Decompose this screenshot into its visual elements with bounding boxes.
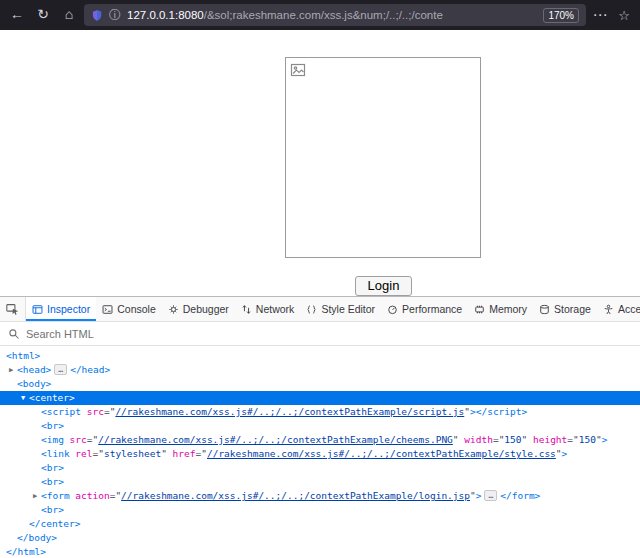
- token-attr: src: [70, 434, 87, 445]
- markup-line[interactable]: <br>: [0, 503, 640, 517]
- token-attr: width: [464, 434, 493, 445]
- attribute-link[interactable]: //rakeshmane.com/xss.js#/..;/..;/context…: [115, 406, 464, 417]
- tab-label: Memory: [489, 303, 527, 315]
- tab-storage[interactable]: Storage: [533, 297, 597, 321]
- token-tag: ></script>: [470, 406, 527, 417]
- markup-view: <html>▶<head>…</head><body>▼<center><scr…: [0, 346, 640, 558]
- tab-inspector[interactable]: Inspector: [26, 297, 96, 321]
- markup-line[interactable]: </html>: [0, 545, 640, 558]
- token-attr: href: [173, 448, 196, 459]
- markup-line[interactable]: </body>: [0, 531, 640, 545]
- collapsed-children-badge[interactable]: …: [484, 490, 497, 501]
- token-plain: =": [93, 448, 104, 459]
- performance-icon: [387, 304, 398, 315]
- markup-line[interactable]: </center>: [0, 517, 640, 531]
- page-actions-icon[interactable]: ⋯: [590, 6, 610, 24]
- collapsed-children-badge[interactable]: …: [54, 364, 67, 375]
- token-tag: <br>: [41, 476, 64, 487]
- devtools-tabbar: Inspector Console Debugger Network Style…: [0, 297, 640, 322]
- markup-line[interactable]: <html>: [0, 349, 640, 363]
- debugger-icon: [168, 304, 179, 315]
- expand-arrow-icon[interactable]: ▶: [30, 489, 40, 503]
- pick-element-icon[interactable]: [0, 297, 26, 321]
- token-plain: =": [493, 434, 504, 445]
- url-text: 127.0.0.1:8080/&sol;rakeshmane.com/xss.j…: [127, 9, 537, 21]
- token-val: 150: [579, 434, 596, 445]
- zoom-level-button[interactable]: 170%: [543, 8, 579, 23]
- token-tag: <form: [41, 490, 75, 501]
- markup-line[interactable]: <br>: [0, 475, 640, 489]
- token-plain: ": [161, 448, 172, 459]
- broken-image: [285, 57, 481, 258]
- token-tag: >: [476, 490, 482, 501]
- token-attr: rel: [75, 448, 92, 459]
- token-plain: =": [87, 434, 98, 445]
- token-tag: <br>: [41, 462, 64, 473]
- token-val: 150: [504, 434, 521, 445]
- tab-memory[interactable]: Memory: [468, 297, 533, 321]
- token-tag: <link: [41, 448, 75, 459]
- tab-label: Debugger: [183, 303, 229, 315]
- markup-line[interactable]: <img src="//rakeshmane.com/xss.js#/..;/.…: [0, 433, 640, 447]
- attribute-link[interactable]: //rakeshmane.com/xss.js#/..;/..;/context…: [207, 448, 556, 459]
- token-plain: =": [567, 434, 578, 445]
- markup-line[interactable]: ▼<center>: [0, 391, 640, 405]
- tab-accessibility[interactable]: Accessibility: [597, 297, 640, 321]
- tab-console[interactable]: Console: [96, 297, 162, 321]
- tab-label: Storage: [554, 303, 591, 315]
- markup-line[interactable]: <br>: [0, 461, 640, 475]
- token-tag: <br>: [41, 420, 64, 431]
- tab-label: Style Editor: [321, 303, 375, 315]
- token-tag: </head>: [70, 364, 110, 375]
- style-editor-icon: [306, 304, 317, 315]
- collapse-arrow-icon[interactable]: ▼: [18, 391, 28, 405]
- tab-debugger[interactable]: Debugger: [162, 297, 235, 321]
- markup-line[interactable]: <br>: [0, 419, 640, 433]
- token-tag: </body>: [17, 532, 57, 543]
- search-icon: [8, 328, 20, 340]
- token-attr: height: [533, 434, 567, 445]
- page-content: Login: [0, 30, 640, 296]
- inspector-icon: [32, 304, 43, 315]
- markup-line[interactable]: <body>: [0, 377, 640, 391]
- token-tag: <head>: [17, 364, 51, 375]
- site-info-icon[interactable]: ⓘ: [109, 7, 121, 24]
- tab-network[interactable]: Network: [235, 297, 301, 321]
- tab-label: Accessibility: [618, 303, 640, 315]
- token-plain: =": [196, 448, 207, 459]
- attribute-link[interactable]: //rakeshmane.com/xss.js#/..;/..;/context…: [121, 490, 470, 501]
- attribute-link[interactable]: //rakeshmane.com/xss.js#/..;/..;/context…: [98, 434, 453, 445]
- token-attr: action: [75, 490, 109, 501]
- tab-label: Inspector: [47, 303, 90, 315]
- tab-performance[interactable]: Performance: [381, 297, 468, 321]
- tab-label: Console: [117, 303, 156, 315]
- token-tag: </center>: [29, 518, 80, 529]
- markup-line[interactable]: ▶<head>…</head>: [0, 363, 640, 377]
- token-attr: src: [87, 406, 104, 417]
- home-icon[interactable]: ⌂: [58, 4, 80, 26]
- token-tag: >: [602, 434, 608, 445]
- markup-line[interactable]: <script src="//rakeshmane.com/xss.js#/..…: [0, 405, 640, 419]
- storage-icon: [539, 304, 550, 315]
- bookmark-star-icon[interactable]: ☆: [614, 8, 634, 23]
- tab-style-editor[interactable]: Style Editor: [300, 297, 381, 321]
- token-tag: </html>: [6, 546, 46, 557]
- markup-line[interactable]: <link rel="stylesheet" href="//rakeshman…: [0, 447, 640, 461]
- expand-arrow-icon[interactable]: ▶: [6, 363, 16, 377]
- markup-line[interactable]: ▶<form action="//rakeshmane.com/xss.js#/…: [0, 489, 640, 503]
- network-icon: [241, 304, 252, 315]
- tab-label: Network: [256, 303, 295, 315]
- back-icon[interactable]: ←: [6, 4, 28, 26]
- token-val: stylesheet: [104, 448, 161, 459]
- token-plain: =": [104, 406, 115, 417]
- search-input[interactable]: [26, 328, 226, 340]
- url-bar[interactable]: ⓘ 127.0.0.1:8080/&sol;rakeshmane.com/xss…: [84, 4, 586, 26]
- url-path: /&sol;rakeshmane.com/xss.js&num;/..;/..;…: [204, 9, 443, 21]
- shield-icon[interactable]: [91, 9, 103, 22]
- devtools-panel: Inspector Console Debugger Network Style…: [0, 296, 640, 558]
- token-tag: <body>: [17, 378, 51, 389]
- token-tag: <center>: [29, 392, 75, 403]
- login-button[interactable]: Login: [355, 276, 412, 296]
- accessibility-icon: [603, 304, 614, 315]
- reload-icon[interactable]: ↻: [32, 4, 54, 26]
